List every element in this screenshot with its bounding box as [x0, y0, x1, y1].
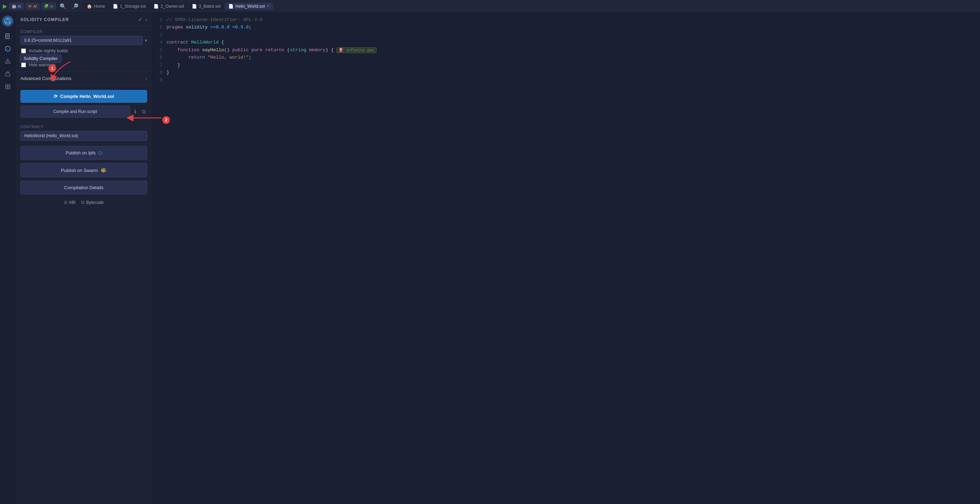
- sidebar-item-debug[interactable]: [2, 69, 13, 79]
- tab-owner-label: 2_Owner.sol: [161, 4, 184, 9]
- tab-storage-label: 1_Storage.sol: [120, 4, 146, 9]
- puzzle-icon: 🧩: [44, 4, 49, 8]
- swarm-icon: 🐝: [100, 167, 107, 173]
- hide-warnings-row: Hide warnings: [21, 62, 147, 67]
- code-editor[interactable]: // SPDX-License-Identifier: GPL-3.0 prag…: [167, 16, 980, 501]
- advanced-config-section[interactable]: Advanced Configurations ›: [16, 71, 152, 85]
- ai-label-3: AI: [50, 4, 53, 8]
- ai-badge-1[interactable]: 🤖 AI: [9, 3, 24, 10]
- nightly-builds-label: Include nightly builds: [29, 48, 68, 53]
- tab-owner[interactable]: 📄 2_Owner.sol: [150, 3, 188, 10]
- zoom-in-button[interactable]: 🔎: [70, 2, 80, 10]
- storage-file-icon: 📄: [113, 4, 118, 9]
- sidebar-icons: ✓: [0, 13, 16, 504]
- svg-text:✓: ✓: [6, 48, 8, 51]
- compiler-version-row: 0.8.25+commit.b61c2a91 ▾: [21, 36, 147, 45]
- app-logo[interactable]: [2, 16, 13, 27]
- compiler-panel-header: SOLIDITY COMPILER ✓ ›: [16, 13, 152, 26]
- copy-abi-icon: ⧉: [64, 200, 67, 205]
- contract-section-label: CONTRACT: [21, 125, 147, 129]
- compiler-panel-title: SOLIDITY COMPILER: [21, 17, 69, 22]
- owner-file-icon: 📄: [153, 4, 159, 9]
- tab-home[interactable]: 🏠 Home: [83, 3, 108, 10]
- ipfs-icon: ⬡: [99, 151, 102, 155]
- svg-rect-14: [8, 85, 10, 87]
- compile-button[interactable]: ⟳ Compile Hello_World.sol: [21, 90, 147, 103]
- compiler-version-select[interactable]: 0.8.25+commit.b61c2a91: [21, 36, 143, 45]
- main-layout: ✓ SOLIDITY COMPILER ✓ › COMPILER 0.8.25+…: [0, 13, 980, 504]
- editor-content: 1 2 3 4 5 6 7 8 9 // SPDX-License-Identi…: [153, 13, 980, 504]
- close-tab-icon[interactable]: ✕: [267, 4, 270, 8]
- publish-swarm-label: Publish on Swarm: [61, 168, 98, 173]
- tab-ballot-label: 3_Ballot.sol: [199, 4, 221, 9]
- compiler-sub-label: COMPILER: [21, 30, 147, 34]
- publish-ipfs-label: Publish on Ipfs: [66, 150, 95, 155]
- svg-rect-13: [8, 87, 10, 89]
- editor-tabs: 🏠 Home 📄 1_Storage.sol 📄 2_Owner.sol 📄 3…: [83, 3, 273, 10]
- sidebar-item-deploy[interactable]: [2, 56, 13, 67]
- top-bar: ▶ 🤖 AI 👁 AI 🧩 AI 🔍 🔎 🏠 Home 📄 1_Storage.…: [0, 0, 980, 13]
- toolbar-left: ▶ 🤖 AI 👁 AI 🧩 AI 🔍 🔎: [3, 2, 80, 10]
- sidebar-item-compiler[interactable]: ✓: [2, 44, 13, 54]
- bytecode-label: Bytecode: [86, 200, 103, 205]
- compilation-details-button[interactable]: Compilation Details: [21, 181, 147, 195]
- forward-icon[interactable]: ›: [145, 16, 147, 23]
- ballot-file-icon: 📄: [192, 4, 197, 9]
- compile-button-label: Compile Hello_World.sol: [60, 94, 114, 99]
- svg-rect-11: [6, 73, 10, 76]
- svg-point-10: [7, 62, 8, 63]
- tab-helloworld-label: Hello_World.sol: [235, 4, 265, 9]
- ai-label-2: AI: [33, 4, 37, 8]
- checkmark-icon: ✓: [138, 16, 143, 23]
- tab-storage[interactable]: 📄 1_Storage.sol: [109, 3, 149, 10]
- contract-section: CONTRACT HelloWorld (Hello_World.sol): [16, 122, 152, 144]
- nightly-builds-checkbox[interactable]: [21, 48, 26, 53]
- tab-ballot[interactable]: 📄 3_Ballot.sol: [188, 3, 224, 10]
- copy-script-button[interactable]: ⧉: [140, 107, 147, 116]
- contract-select[interactable]: HelloWorld (Hello_World.sol): [21, 131, 147, 141]
- svg-rect-15: [6, 87, 8, 89]
- sidebar-item-plugins[interactable]: [2, 81, 13, 92]
- home-icon: 🏠: [87, 4, 92, 9]
- compiler-sub-section: COMPILER 0.8.25+commit.b61c2a91 ▾ Includ…: [16, 26, 152, 71]
- hide-warnings-label: Hide warnings: [29, 62, 56, 67]
- ai-badge-2[interactable]: 👁 AI: [25, 3, 39, 10]
- compiler-panel: SOLIDITY COMPILER ✓ › COMPILER 0.8.25+co…: [16, 13, 153, 504]
- abi-label: ABI: [69, 200, 76, 205]
- select-arrow-icon: ▾: [145, 38, 147, 43]
- line-numbers: 1 2 3 4 5 6 7 8 9: [153, 16, 167, 501]
- run-button[interactable]: ▶: [3, 3, 7, 10]
- tab-home-label: Home: [94, 4, 105, 9]
- eye-icon: 👁: [28, 4, 32, 8]
- sidebar-item-files[interactable]: [2, 31, 13, 41]
- copy-bytecode-icon: ⧉: [81, 200, 84, 205]
- publish-ipfs-button[interactable]: Publish on Ipfs ⬡: [21, 146, 147, 160]
- solidity-compiler-tooltip: Solidity Compiler: [20, 54, 62, 63]
- zoom-out-button[interactable]: 🔍: [58, 2, 68, 10]
- info-button[interactable]: ℹ: [133, 107, 138, 116]
- advanced-config-label: Advanced Configurations: [21, 76, 71, 81]
- svg-rect-12: [6, 85, 8, 87]
- helloworld-file-icon: 📄: [228, 4, 234, 9]
- hide-warnings-checkbox[interactable]: [21, 62, 26, 67]
- robot-icon: 🤖: [11, 4, 16, 8]
- abi-item[interactable]: ⧉ ABI: [64, 200, 76, 205]
- ai-label-1: AI: [18, 4, 21, 8]
- bytecode-item[interactable]: ⧉ Bytecode: [81, 200, 103, 205]
- refresh-icon: ⟳: [54, 94, 57, 99]
- editor-area: 1 2 3 4 5 6 7 8 9 // SPDX-License-Identi…: [153, 13, 980, 504]
- compile-run-button[interactable]: Compile and Run script: [21, 106, 130, 117]
- tab-helloworld[interactable]: 📄 Hello_World.sol ✕: [225, 3, 273, 10]
- abi-bytecode-row: ⧉ ABI ⧉ Bytecode: [16, 196, 152, 210]
- chevron-right-icon: ›: [145, 76, 147, 81]
- publish-swarm-button[interactable]: Publish on Swarm 🐝: [21, 163, 147, 177]
- nightly-builds-row: Include nightly builds: [21, 48, 147, 53]
- compile-run-row: Compile and Run script ℹ ⧉: [16, 106, 152, 122]
- ai-badge-3[interactable]: 🧩 AI: [41, 3, 56, 10]
- compiler-header-actions: ✓ ›: [138, 16, 147, 23]
